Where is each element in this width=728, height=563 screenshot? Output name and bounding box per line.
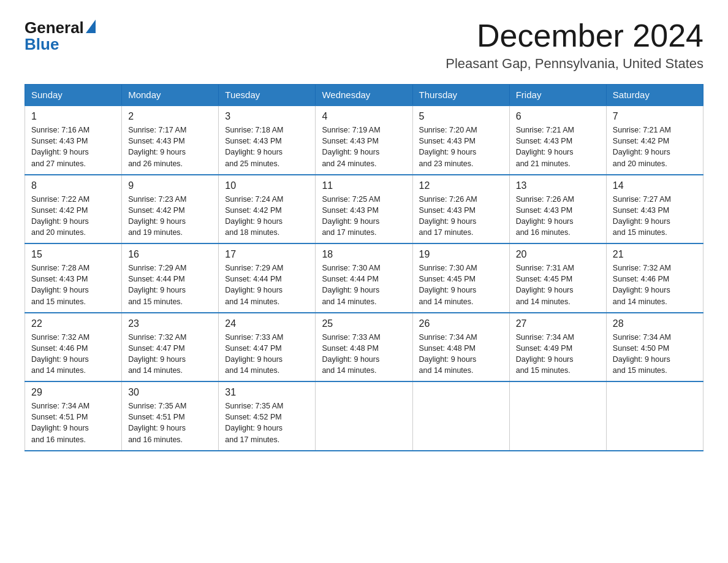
day-info: Sunrise: 7:21 AMSunset: 4:42 PMDaylight:… [613,124,697,169]
day-info: Sunrise: 7:22 AMSunset: 4:42 PMDaylight:… [31,194,115,239]
calendar-cell [509,381,606,451]
day-number: 11 [322,180,406,191]
day-number: 30 [128,387,212,398]
calendar-cell: 2Sunrise: 7:17 AMSunset: 4:43 PMDaylight… [122,105,219,175]
calendar-body: 1Sunrise: 7:16 AMSunset: 4:43 PMDaylight… [25,105,703,451]
calendar-cell: 1Sunrise: 7:16 AMSunset: 4:43 PMDaylight… [25,105,122,175]
calendar-cell: 28Sunrise: 7:34 AMSunset: 4:50 PMDayligh… [606,313,703,382]
day-number: 13 [516,180,600,191]
day-info: Sunrise: 7:29 AMSunset: 4:44 PMDaylight:… [128,262,212,307]
day-info: Sunrise: 7:26 AMSunset: 4:43 PMDaylight:… [516,194,600,239]
day-number: 25 [322,318,406,329]
title-block: December 2024 Pleasant Gap, Pennsylvania… [446,18,703,72]
col-saturday: Saturday [606,85,703,106]
day-number: 21 [613,249,697,260]
day-info: Sunrise: 7:26 AMSunset: 4:43 PMDaylight:… [419,194,503,239]
calendar-cell: 23Sunrise: 7:32 AMSunset: 4:47 PMDayligh… [122,313,219,382]
calendar-cell: 4Sunrise: 7:19 AMSunset: 4:43 PMDaylight… [316,105,412,175]
col-thursday: Thursday [412,85,509,106]
day-info: Sunrise: 7:34 AMSunset: 4:49 PMDaylight:… [516,332,600,377]
day-number: 19 [419,249,503,260]
day-info: Sunrise: 7:34 AMSunset: 4:48 PMDaylight:… [419,332,503,377]
day-info: Sunrise: 7:31 AMSunset: 4:45 PMDaylight:… [516,262,600,307]
day-info: Sunrise: 7:33 AMSunset: 4:48 PMDaylight:… [322,332,406,377]
col-friday: Friday [509,85,606,106]
calendar-cell: 12Sunrise: 7:26 AMSunset: 4:43 PMDayligh… [412,175,509,244]
col-tuesday: Tuesday [219,85,316,106]
day-number: 24 [225,318,309,329]
calendar-week-3: 15Sunrise: 7:28 AMSunset: 4:43 PMDayligh… [25,243,703,313]
calendar-cell: 14Sunrise: 7:27 AMSunset: 4:43 PMDayligh… [606,175,703,244]
day-info: Sunrise: 7:32 AMSunset: 4:46 PMDaylight:… [613,262,697,307]
day-info: Sunrise: 7:34 AMSunset: 4:50 PMDaylight:… [613,332,697,377]
day-info: Sunrise: 7:35 AMSunset: 4:52 PMDaylight:… [225,400,309,445]
col-sunday: Sunday [25,85,122,106]
calendar-cell [606,381,703,451]
calendar-cell: 17Sunrise: 7:29 AMSunset: 4:44 PMDayligh… [219,243,316,313]
day-info: Sunrise: 7:33 AMSunset: 4:47 PMDaylight:… [225,332,309,377]
calendar-cell: 29Sunrise: 7:34 AMSunset: 4:51 PMDayligh… [25,381,122,451]
calendar-cell: 3Sunrise: 7:18 AMSunset: 4:43 PMDaylight… [219,105,316,175]
calendar-week-5: 29Sunrise: 7:34 AMSunset: 4:51 PMDayligh… [25,381,703,451]
col-monday: Monday [122,85,219,106]
calendar-cell: 20Sunrise: 7:31 AMSunset: 4:45 PMDayligh… [509,243,606,313]
page-header: General Blue December 2024 Pleasant Gap,… [25,18,703,72]
calendar-cell [316,381,412,451]
day-number: 22 [31,318,115,329]
day-number: 6 [516,111,600,122]
day-info: Sunrise: 7:30 AMSunset: 4:45 PMDaylight:… [419,262,503,307]
calendar-cell: 25Sunrise: 7:33 AMSunset: 4:48 PMDayligh… [316,313,412,382]
header-row: Sunday Monday Tuesday Wednesday Thursday… [25,85,703,106]
day-info: Sunrise: 7:24 AMSunset: 4:42 PMDaylight:… [225,194,309,239]
calendar-subtitle: Pleasant Gap, Pennsylvania, United State… [446,56,703,72]
day-number: 17 [225,249,309,260]
day-number: 7 [613,111,697,122]
day-info: Sunrise: 7:28 AMSunset: 4:43 PMDaylight:… [31,262,115,307]
day-info: Sunrise: 7:16 AMSunset: 4:43 PMDaylight:… [31,124,115,169]
calendar-cell: 10Sunrise: 7:24 AMSunset: 4:42 PMDayligh… [219,175,316,244]
day-info: Sunrise: 7:35 AMSunset: 4:51 PMDaylight:… [128,400,212,445]
calendar-cell: 8Sunrise: 7:22 AMSunset: 4:42 PMDaylight… [25,175,122,244]
day-number: 29 [31,387,115,398]
calendar-cell: 5Sunrise: 7:20 AMSunset: 4:43 PMDaylight… [412,105,509,175]
day-info: Sunrise: 7:34 AMSunset: 4:51 PMDaylight:… [31,400,115,445]
day-number: 16 [128,249,212,260]
day-info: Sunrise: 7:18 AMSunset: 4:43 PMDaylight:… [225,124,309,169]
calendar-cell: 30Sunrise: 7:35 AMSunset: 4:51 PMDayligh… [122,381,219,451]
day-number: 9 [128,180,212,191]
calendar-cell: 13Sunrise: 7:26 AMSunset: 4:43 PMDayligh… [509,175,606,244]
calendar-cell: 16Sunrise: 7:29 AMSunset: 4:44 PMDayligh… [122,243,219,313]
calendar-cell: 22Sunrise: 7:32 AMSunset: 4:46 PMDayligh… [25,313,122,382]
calendar-cell: 26Sunrise: 7:34 AMSunset: 4:48 PMDayligh… [412,313,509,382]
day-info: Sunrise: 7:32 AMSunset: 4:47 PMDaylight:… [128,332,212,377]
calendar-cell: 27Sunrise: 7:34 AMSunset: 4:49 PMDayligh… [509,313,606,382]
day-info: Sunrise: 7:20 AMSunset: 4:43 PMDaylight:… [419,124,503,169]
day-number: 26 [419,318,503,329]
day-number: 1 [31,111,115,122]
col-wednesday: Wednesday [316,85,412,106]
calendar-cell: 19Sunrise: 7:30 AMSunset: 4:45 PMDayligh… [412,243,509,313]
day-info: Sunrise: 7:21 AMSunset: 4:43 PMDaylight:… [516,124,600,169]
day-number: 27 [516,318,600,329]
day-info: Sunrise: 7:23 AMSunset: 4:42 PMDaylight:… [128,194,212,239]
day-number: 10 [225,180,309,191]
calendar-cell: 18Sunrise: 7:30 AMSunset: 4:44 PMDayligh… [316,243,412,313]
day-number: 2 [128,111,212,122]
calendar-week-4: 22Sunrise: 7:32 AMSunset: 4:46 PMDayligh… [25,313,703,382]
day-info: Sunrise: 7:25 AMSunset: 4:43 PMDaylight:… [322,194,406,239]
day-number: 4 [322,111,406,122]
calendar-cell: 15Sunrise: 7:28 AMSunset: 4:43 PMDayligh… [25,243,122,313]
day-info: Sunrise: 7:17 AMSunset: 4:43 PMDaylight:… [128,124,212,169]
day-number: 31 [225,387,309,398]
day-info: Sunrise: 7:30 AMSunset: 4:44 PMDaylight:… [322,262,406,307]
logo-text-blue: Blue [25,35,96,54]
calendar-header: Sunday Monday Tuesday Wednesday Thursday… [25,85,703,106]
calendar-cell: 21Sunrise: 7:32 AMSunset: 4:46 PMDayligh… [606,243,703,313]
day-number: 20 [516,249,600,260]
day-number: 8 [31,180,115,191]
calendar-cell: 24Sunrise: 7:33 AMSunset: 4:47 PMDayligh… [219,313,316,382]
day-number: 5 [419,111,503,122]
day-number: 18 [322,249,406,260]
calendar-table: Sunday Monday Tuesday Wednesday Thursday… [25,84,703,451]
day-number: 28 [613,318,697,329]
